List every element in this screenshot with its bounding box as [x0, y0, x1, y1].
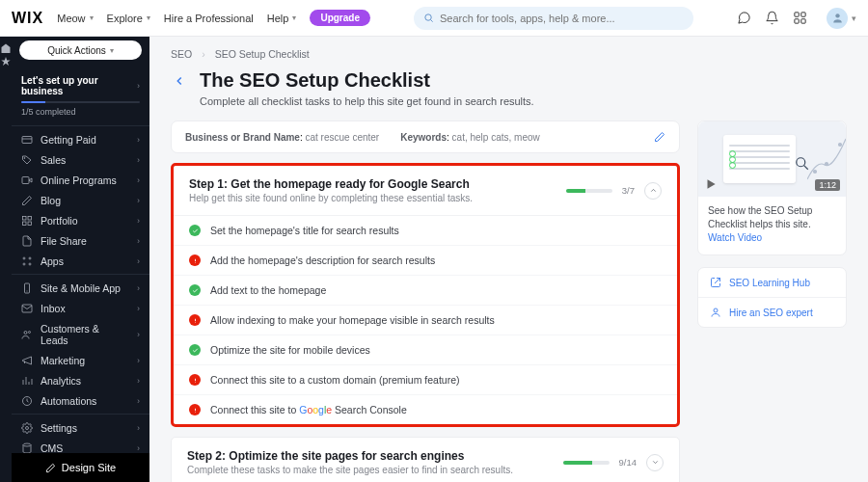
svg-point-40: [797, 158, 805, 167]
explore-menu[interactable]: Explore▾: [107, 13, 150, 24]
sidebar-item-automations[interactable]: Automations›: [12, 390, 149, 411]
sidebar-item-site-mobile-app[interactable]: Site & Mobile App›: [12, 278, 149, 298]
star-icon[interactable]: [0, 56, 12, 67]
quick-actions-button[interactable]: Quick Actions▾: [19, 40, 142, 60]
chat-icon[interactable]: [737, 11, 751, 25]
svg-point-31: [23, 443, 31, 446]
chevron-right-icon: ›: [137, 304, 140, 313]
card-icon: [21, 134, 33, 146]
chevron-down-icon: ▾: [147, 13, 150, 22]
video-thumbnail[interactable]: 1:12: [698, 121, 846, 197]
chevron-right-icon: ›: [137, 135, 140, 145]
setup-progress[interactable]: Let's set up your business› 1/5 complete…: [12, 67, 149, 122]
task-label: Add the homepage's description for searc…: [210, 254, 435, 266]
expand-button[interactable]: [646, 454, 664, 471]
mega-icon: [21, 355, 33, 366]
seo-hub-link[interactable]: SEO Learning Hub: [698, 268, 846, 297]
svg-point-46: [714, 308, 718, 312]
edit-icon[interactable]: [654, 131, 665, 143]
home-icon[interactable]: [0, 42, 12, 54]
task-label: Add text to the homepage: [210, 284, 326, 296]
svg-point-35: [195, 321, 196, 322]
crumb-leaf: SEO Setup Checklist: [215, 48, 310, 60]
step-1-progress: [566, 189, 612, 193]
task-row[interactable]: Add text to the homepage: [174, 276, 677, 306]
svg-line-1: [431, 20, 433, 22]
apps-icon: [21, 255, 33, 267]
svg-rect-22: [22, 305, 32, 312]
topbar: WIX Meow▾ Explore▾ Hire a Professional H…: [0, 0, 868, 37]
sidebar-item-customers-leads[interactable]: Customers & Leads›: [12, 318, 149, 350]
global-search[interactable]: [414, 7, 693, 30]
sidebar-item-file-share[interactable]: File Share›: [12, 230, 149, 251]
chevron-right-icon: ›: [137, 283, 140, 293]
svg-rect-3: [801, 13, 805, 16]
mail-icon: [21, 303, 33, 314]
chevron-right-icon: ›: [137, 356, 140, 365]
task-row[interactable]: Connect this site to Google Search Conso…: [174, 395, 677, 424]
step-2-title: Step 2: Optimize the site pages for sear…: [187, 449, 563, 463]
svg-point-42: [814, 171, 817, 174]
back-button[interactable]: [171, 72, 188, 90]
phone-icon: [21, 282, 33, 294]
bell-icon[interactable]: [765, 11, 779, 25]
chevron-down-icon: ▾: [292, 13, 296, 22]
file-icon: [21, 235, 33, 247]
play-icon: [704, 177, 718, 191]
alert-icon: [189, 404, 201, 415]
step-1-title: Step 1: Get the homepage ready for Googl…: [189, 177, 566, 191]
chart-icon: [21, 375, 33, 387]
chevron-right-icon: ›: [137, 196, 140, 205]
svg-point-44: [839, 144, 842, 147]
svg-point-0: [425, 14, 431, 20]
design-site-button[interactable]: Design Site: [12, 453, 149, 482]
upgrade-button[interactable]: Upgrade: [310, 10, 370, 26]
svg-point-33: [195, 261, 196, 262]
task-row[interactable]: Optimize the site for mobile devices: [174, 335, 677, 365]
step-1-desc: Help get this site found online by compl…: [189, 193, 566, 203]
check-icon: [189, 225, 201, 236]
wix-logo[interactable]: WIX: [12, 10, 43, 27]
chevron-right-icon: ›: [137, 396, 140, 406]
chevron-right-icon: ›: [137, 236, 140, 246]
site-menu[interactable]: Meow▾: [57, 13, 93, 24]
search-input[interactable]: [440, 13, 684, 24]
watch-video-link[interactable]: Watch Video: [708, 232, 762, 243]
sidebar-item-sales[interactable]: Sales›: [12, 149, 149, 170]
task-label: Optimize the site for mobile devices: [210, 344, 370, 356]
help-menu[interactable]: Help▾: [267, 13, 297, 24]
sidebar-item-settings[interactable]: Settings›: [12, 417, 149, 438]
svg-point-39: [195, 411, 196, 412]
db-icon: [21, 442, 33, 454]
svg-point-9: [24, 157, 25, 158]
sidebar-item-inbox[interactable]: Inbox›: [12, 298, 149, 318]
hire-expert-link[interactable]: Hire an SEO expert: [698, 297, 846, 327]
gear-icon: [21, 422, 33, 434]
sidebar-item-getting-paid[interactable]: Getting Paid›: [12, 129, 149, 149]
svg-rect-4: [795, 19, 799, 23]
svg-rect-2: [795, 13, 799, 16]
sidebar-item-cms[interactable]: CMS›: [12, 438, 149, 453]
sidebar-item-online-programs[interactable]: Online Programs›: [12, 170, 149, 190]
sidebar-item-portfolio[interactable]: Portfolio›: [12, 210, 149, 230]
sidebar-item-apps[interactable]: Apps›: [12, 251, 149, 271]
account-menu[interactable]: ▾: [827, 8, 856, 29]
sidebar-item-marketing[interactable]: Marketing›: [12, 350, 149, 370]
grid-icon: [21, 215, 33, 227]
main-content: SEO › SEO Setup Checklist The SEO Setup …: [149, 37, 868, 482]
svg-rect-13: [28, 216, 32, 220]
alert-icon: [189, 254, 201, 266]
task-row[interactable]: Set the homepage's title for search resu…: [174, 216, 677, 246]
task-row[interactable]: Allow indexing to make your homepage vis…: [174, 306, 677, 335]
pencil-icon: [45, 463, 56, 473]
task-row[interactable]: Add the homepage's description for searc…: [174, 246, 677, 276]
collapse-button[interactable]: [644, 182, 662, 200]
app-launcher-icon[interactable]: [793, 11, 807, 25]
sidebar-item-blog[interactable]: Blog›: [12, 190, 149, 210]
step-2-desc: Complete these tasks to make the site pa…: [187, 465, 563, 475]
task-row[interactable]: Connect this site to a custom domain (pr…: [174, 365, 677, 395]
sidebar-item-analytics[interactable]: Analytics›: [12, 370, 149, 390]
hire-link[interactable]: Hire a Professional: [164, 13, 254, 24]
crumb-root[interactable]: SEO: [171, 48, 192, 60]
sidebar: Quick Actions▾ Let's set up your busines…: [12, 37, 149, 482]
